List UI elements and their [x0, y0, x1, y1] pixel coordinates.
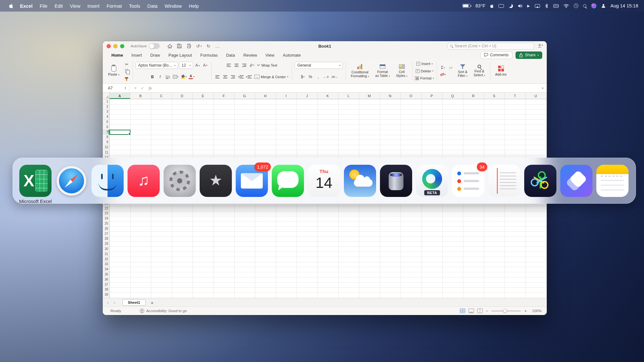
align-bottom-button[interactable]: [241, 62, 248, 69]
passwords-icon[interactable]: [524, 165, 556, 197]
find-select-button[interactable]: Find &Select ▾: [471, 64, 488, 78]
row-header-27[interactable]: 27: [103, 231, 109, 237]
row-header-33[interactable]: 33: [103, 262, 109, 267]
column-header-e[interactable]: E: [193, 93, 213, 99]
cut-button[interactable]: ✂: [123, 61, 130, 68]
font-size-select[interactable]: 12▾: [179, 62, 193, 69]
column-header-h[interactable]: H: [255, 93, 276, 99]
add-sheet-button[interactable]: +: [148, 300, 156, 305]
page-layout-view-button[interactable]: [469, 309, 474, 313]
sheet-prev-button[interactable]: ‹: [106, 300, 110, 305]
row-header-2[interactable]: 2: [103, 104, 109, 109]
row-header-34[interactable]: 34: [103, 267, 109, 272]
minimize-window-button[interactable]: [113, 44, 118, 48]
more-toolbar-icon[interactable]: …: [215, 43, 220, 49]
format-painter-button[interactable]: [123, 74, 130, 81]
menu-help[interactable]: Help: [185, 3, 203, 9]
column-header-l[interactable]: L: [338, 93, 359, 99]
row-header-38[interactable]: 38: [103, 287, 109, 292]
align-left-button[interactable]: [214, 73, 221, 80]
close-window-button[interactable]: [107, 44, 111, 48]
zoom-out-button[interactable]: −: [486, 309, 488, 313]
messages-icon[interactable]: [272, 165, 304, 197]
format-as-table-button[interactable]: Formatas Table ▾: [373, 64, 392, 79]
wifi-icon[interactable]: [564, 4, 569, 8]
sheet-next-button[interactable]: ›: [113, 300, 117, 305]
tab-insert[interactable]: Insert: [127, 53, 146, 58]
display-icon[interactable]: [498, 4, 504, 8]
column-header-p[interactable]: P: [421, 93, 442, 99]
decrease-font-button[interactable]: A▾: [202, 62, 209, 69]
row-header-25[interactable]: 25: [103, 221, 109, 226]
currency-button[interactable]: $▾: [299, 73, 306, 80]
column-header-g[interactable]: G: [234, 93, 255, 99]
bold-button[interactable]: B: [149, 73, 156, 80]
menu-file[interactable]: File: [36, 3, 51, 9]
calendar-icon[interactable]: Thu14: [308, 165, 340, 197]
column-header-o[interactable]: O: [401, 93, 421, 99]
decrease-decimal-button[interactable]: .00→: [330, 73, 339, 80]
datetime-status[interactable]: Aug 14 15:18: [611, 3, 638, 8]
homepod-icon[interactable]: [380, 165, 412, 197]
row-header-6[interactable]: 6: [103, 125, 109, 130]
row-header-39[interactable]: 39: [103, 292, 109, 297]
comments-button[interactable]: Comments: [480, 51, 512, 59]
align-center-button[interactable]: [222, 73, 229, 80]
column-header-s[interactable]: S: [484, 93, 505, 99]
sheet-tab-sheet1[interactable]: Sheet1: [122, 299, 146, 306]
menu-edit[interactable]: Edit: [51, 3, 66, 9]
tab-home[interactable]: Home: [107, 53, 127, 58]
decrease-indent-button[interactable]: ◂: [237, 73, 244, 80]
search-icon[interactable]: [583, 4, 586, 7]
insert-function-button[interactable]: fx: [149, 86, 152, 91]
insert-cells-button[interactable]: +Insert▾: [416, 62, 433, 66]
column-header-r[interactable]: R: [463, 93, 484, 99]
temperature-status[interactable]: 83°F: [475, 3, 485, 8]
normal-view-button[interactable]: [460, 309, 465, 313]
finder-icon[interactable]: [91, 165, 124, 197]
row-header-29[interactable]: 29: [103, 241, 109, 246]
tab-automate[interactable]: Automate: [279, 53, 305, 58]
row-header-37[interactable]: 37: [103, 282, 109, 287]
save-icon[interactable]: [177, 44, 182, 48]
menu-app-name[interactable]: Excel: [16, 3, 36, 9]
home-icon[interactable]: [167, 44, 172, 48]
textedit-icon[interactable]: [488, 165, 520, 197]
menu-tools[interactable]: Tools: [126, 3, 144, 9]
play-icon[interactable]: ▶: [527, 4, 530, 8]
align-right-button[interactable]: [230, 73, 236, 80]
settings-icon[interactable]: [164, 165, 196, 197]
comma-button[interactable]: ,: [315, 73, 322, 80]
menu-format[interactable]: Format: [103, 3, 126, 9]
keyboard-icon[interactable]: [553, 4, 559, 8]
workbook-search-input[interactable]: Search (Cmd + Ctrl + U): [447, 43, 534, 50]
tab-review[interactable]: Review: [239, 53, 261, 58]
column-header-k[interactable]: K: [317, 93, 338, 99]
column-header-q[interactable]: Q: [442, 93, 463, 99]
column-header-m[interactable]: M: [359, 93, 380, 99]
star-icon[interactable]: ★: [200, 165, 232, 197]
column-header-t[interactable]: T: [505, 93, 526, 99]
music-icon[interactable]: ♫: [128, 165, 160, 197]
format-cells-button[interactable]: ▦Format▾: [415, 76, 434, 80]
tab-page-layout[interactable]: Page Layout: [164, 53, 196, 58]
row-header-35[interactable]: 35: [103, 272, 109, 277]
edge-icon[interactable]: BETA: [416, 165, 448, 197]
row-header-32[interactable]: 32: [103, 257, 109, 262]
reminders-icon[interactable]: 34: [452, 165, 484, 197]
zoom-window-button[interactable]: [120, 44, 124, 48]
increase-font-button[interactable]: A▴: [194, 62, 201, 69]
row-header-26[interactable]: 26: [103, 226, 109, 231]
merge-center-button[interactable]: ↔Merge & Center▾: [253, 75, 289, 79]
tab-draw[interactable]: Draw: [146, 53, 164, 58]
mail-icon[interactable]: 1,072: [236, 165, 268, 197]
orientation-button[interactable]: ab▾: [249, 62, 255, 69]
column-header-j[interactable]: J: [297, 93, 317, 99]
row-header-5[interactable]: 5: [103, 119, 109, 125]
row-header-8[interactable]: 8: [103, 135, 109, 140]
column-header-u[interactable]: U: [526, 93, 546, 99]
row-header-1[interactable]: 1: [103, 99, 109, 104]
accessibility-status[interactable]: Accessibility: Good to go: [140, 309, 187, 313]
tab-view[interactable]: View: [261, 53, 279, 58]
italic-button[interactable]: I: [157, 73, 164, 80]
